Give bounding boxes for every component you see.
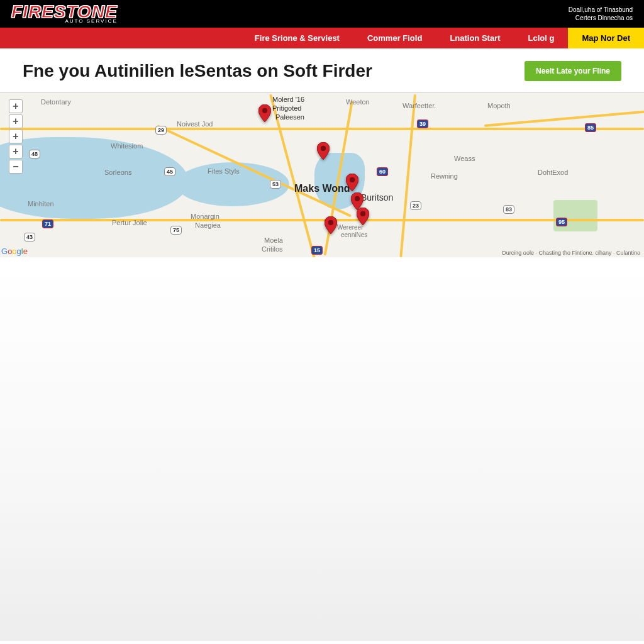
svg-point-3 (355, 196, 360, 201)
location-pin-icon[interactable] (317, 142, 330, 160)
city-label: Maks Wond (294, 183, 350, 194)
interstate-shield: 39 (417, 119, 428, 128)
nav-commercial[interactable]: Commer Fiold (353, 28, 436, 48)
place-label: Critilos (262, 245, 283, 253)
place-label: eenniNes (341, 231, 367, 238)
zoom-out-button[interactable]: − (9, 160, 23, 174)
place-label: Whitesiom (111, 142, 143, 150)
content-area (0, 257, 644, 641)
route-shield: 53 (270, 180, 281, 189)
interstate-shield: 15 (311, 246, 323, 255)
page-header: Fne you Autinilien leSentas on Soft Fird… (0, 48, 644, 92)
city-label: Buritson (361, 192, 393, 203)
interstate-shield: 95 (556, 218, 567, 226)
interstate-shield: 85 (585, 123, 596, 132)
interstate-shield: 71 (42, 219, 53, 228)
place-label: Monargin (191, 213, 219, 220)
interstate-shield: 60 (377, 167, 388, 176)
route-shield: 75 (170, 226, 182, 235)
place-label: Weass (454, 155, 475, 162)
locate-button[interactable]: Neelt Late your Fline (525, 61, 621, 81)
location-pin-icon[interactable] (346, 174, 358, 191)
nav-tires-service[interactable]: Fire Srione & Serviest (241, 28, 353, 48)
place-label: Rewning (431, 172, 458, 180)
route-shield: 29 (155, 126, 167, 135)
map-attribution: Durcing oole · Chasting tho Fintione. ci… (502, 250, 640, 256)
nav-map[interactable]: Map Nor Det (568, 28, 644, 48)
place-label: Noivest Jod (177, 120, 213, 128)
place-label: Naegiea (195, 221, 221, 229)
location-pin-icon[interactable] (258, 104, 271, 122)
map[interactable]: 29 39 48 45 53 60 71 75 83 85 95 15 43 2… (0, 92, 644, 257)
logo-main-text: FIRESTONE (11, 4, 118, 19)
top-right-links[interactable]: Doall,uha of Tinasbund Certers Dinnecha … (569, 6, 633, 22)
top-right-line1: Doall,uha of Tinasbund (569, 6, 633, 14)
map-background: 29 39 48 45 53 60 71 75 83 85 95 15 43 2… (0, 93, 644, 257)
svg-point-5 (328, 220, 333, 225)
place-label: Moela (264, 236, 283, 244)
place-label: Detontary (41, 98, 71, 106)
place-label: Minhiten (28, 200, 54, 208)
google-logo: Google (1, 247, 28, 256)
place-label: Molerd '16 (272, 96, 304, 103)
route-shield: 48 (29, 150, 40, 158)
highway (484, 110, 644, 127)
top-right-line2: Certers Dinnecha os (569, 14, 633, 22)
place-label: Mopoth (487, 102, 511, 109)
place-label: Pritigoted (272, 104, 301, 112)
svg-point-1 (321, 146, 326, 151)
zoom-in-button[interactable]: + (9, 99, 23, 113)
route-shield: 45 (164, 167, 175, 176)
brand-logo[interactable]: FIRESTONE AUTO SERVICE (11, 4, 118, 24)
park-area (553, 200, 597, 231)
location-pin-icon[interactable] (325, 216, 337, 234)
page-title: Fne you Autinilien leSentas on Soft Fird… (23, 61, 372, 81)
zoom-in-button[interactable]: + (9, 114, 23, 128)
highway (0, 219, 644, 221)
place-label: Fites Styls (208, 167, 240, 175)
zoom-in-button[interactable]: + (9, 145, 23, 158)
place-label: DohtExod (538, 169, 568, 176)
route-shield: 83 (503, 205, 514, 214)
place-label: Weeton (346, 98, 370, 106)
map-zoom-controls: + + + + − (9, 99, 23, 174)
highway (0, 128, 644, 130)
highway (399, 94, 416, 257)
location-pin-icon[interactable] (357, 208, 369, 225)
place-label: Sorleons (104, 169, 131, 176)
nav-location[interactable]: Lnation Start (436, 28, 514, 48)
place-label: Pertur Jolle (112, 219, 147, 226)
place-label: Paleesen (275, 113, 304, 121)
top-bar: FIRESTONE AUTO SERVICE Doall,uha of Tina… (0, 0, 644, 28)
svg-point-0 (262, 108, 267, 113)
nav-local[interactable]: Lclol g (514, 28, 569, 48)
route-shield: 43 (24, 233, 35, 242)
zoom-in-button[interactable]: + (9, 130, 23, 143)
svg-point-2 (350, 177, 355, 182)
main-nav: Fire Srione & Serviest Commer Fiold Lnat… (0, 28, 644, 48)
route-shield: 23 (410, 201, 421, 210)
place-label: Warfeetter. (402, 102, 436, 109)
svg-point-4 (360, 211, 365, 216)
